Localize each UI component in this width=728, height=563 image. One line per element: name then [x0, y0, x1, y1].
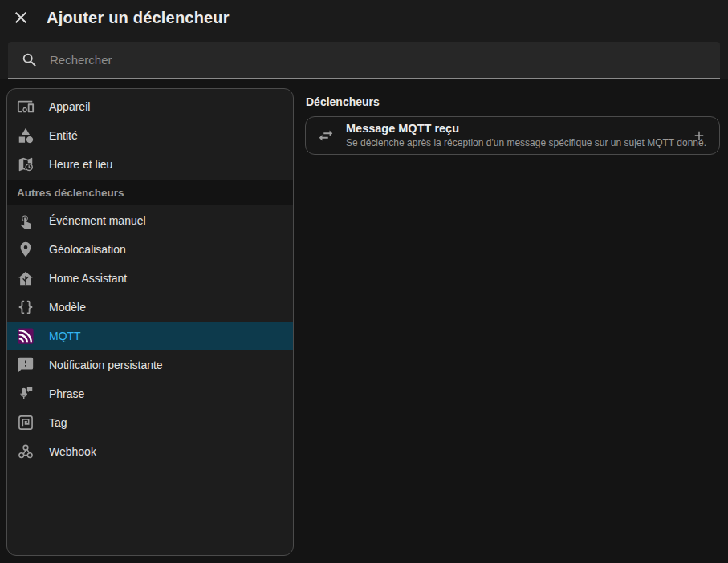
nfc-tag-icon — [17, 414, 35, 431]
sidebar-item-entite[interactable]: Entité — [7, 121, 293, 150]
results-heading: Déclencheurs — [306, 95, 720, 108]
dialog-content: AppareilEntitéHeure et lieuAutres déclen… — [0, 79, 728, 563]
sidebar-item-label: Phrase — [49, 387, 84, 400]
home-assistant-icon — [17, 269, 35, 287]
search-field[interactable] — [8, 42, 720, 79]
sidebar-item-appareil[interactable]: Appareil — [7, 92, 293, 121]
sidebar-item-label: Événement manuel — [49, 214, 146, 227]
microphone-message-icon — [17, 385, 35, 403]
map-clock-icon — [17, 156, 35, 173]
shape-icon — [17, 127, 35, 144]
sidebar-item-label: Heure et lieu — [49, 158, 112, 171]
trigger-card-message-mqtt-recu[interactable]: Message MQTT reçu Se déclenche après la … — [305, 116, 720, 155]
code-braces-icon — [17, 298, 35, 316]
trigger-card-description: Se déclenche après la réception d'un mes… — [346, 137, 679, 148]
sidebar-item-label: Géolocalisation — [49, 243, 126, 256]
dialog-header: Ajouter un déclencheur — [0, 0, 728, 35]
map-marker-icon — [17, 241, 35, 258]
sidebar-item-label: Notification persistante — [49, 358, 163, 371]
sidebar-item-tag[interactable]: Tag — [7, 408, 293, 437]
webhook-icon — [17, 443, 35, 460]
mqtt-logo-icon — [17, 327, 35, 345]
sidebar-item-notification-persistante[interactable]: Notification persistante — [7, 350, 293, 379]
trigger-card-title: Message MQTT reçu — [346, 123, 679, 136]
sidebar-item-label: Appareil — [49, 100, 90, 113]
sidebar-item-webhook[interactable]: Webhook — [7, 437, 293, 466]
swap-horizontal-icon — [317, 127, 335, 144]
sidebar-item-label: Webhook — [49, 445, 96, 458]
sidebar-item-home-assistant[interactable]: Home Assistant — [7, 264, 293, 293]
magnify-icon — [21, 51, 39, 69]
search-row — [0, 35, 728, 79]
sidebar-item-label: Tag — [49, 416, 67, 429]
sidebar-item-label: Home Assistant — [49, 272, 127, 285]
search-input[interactable] — [45, 53, 714, 67]
sidebar-item-phrase[interactable]: Phrase — [7, 379, 293, 408]
trigger-category-list: AppareilEntitéHeure et lieuAutres déclen… — [6, 88, 294, 556]
trigger-results-panel: Déclencheurs Message MQTT reçu Se déclen… — [305, 79, 720, 563]
sidebar-item-label: Modèle — [49, 301, 86, 314]
sidebar-item-label: MQTT — [49, 330, 81, 342]
sidebar-item-mqtt[interactable]: MQTT — [7, 322, 293, 350]
sidebar-item-label: Entité — [49, 129, 78, 142]
sidebar-item-evenement-manuel[interactable]: Événement manuel — [7, 206, 293, 235]
section-header-autres-declencheurs: Autres déclencheurs — [7, 180, 293, 205]
sidebar-item-geolocalisation[interactable]: Géolocalisation — [7, 235, 293, 264]
message-alert-icon — [17, 356, 35, 374]
sidebar-item-heure-et-lieu[interactable]: Heure et lieu — [7, 150, 293, 179]
add-trigger-dialog: { "header": { "title": "Ajouter un décle… — [0, 0, 728, 563]
dialog-title: Ajouter un déclencheur — [47, 9, 230, 27]
gesture-tap-icon — [17, 212, 35, 229]
plus-icon[interactable] — [690, 127, 708, 144]
devices-icon — [17, 98, 35, 115]
sidebar-item-modele[interactable]: Modèle — [7, 293, 293, 322]
close-icon[interactable] — [11, 8, 31, 27]
trigger-card-text: Message MQTT reçu Se déclenche après la … — [346, 123, 679, 148]
